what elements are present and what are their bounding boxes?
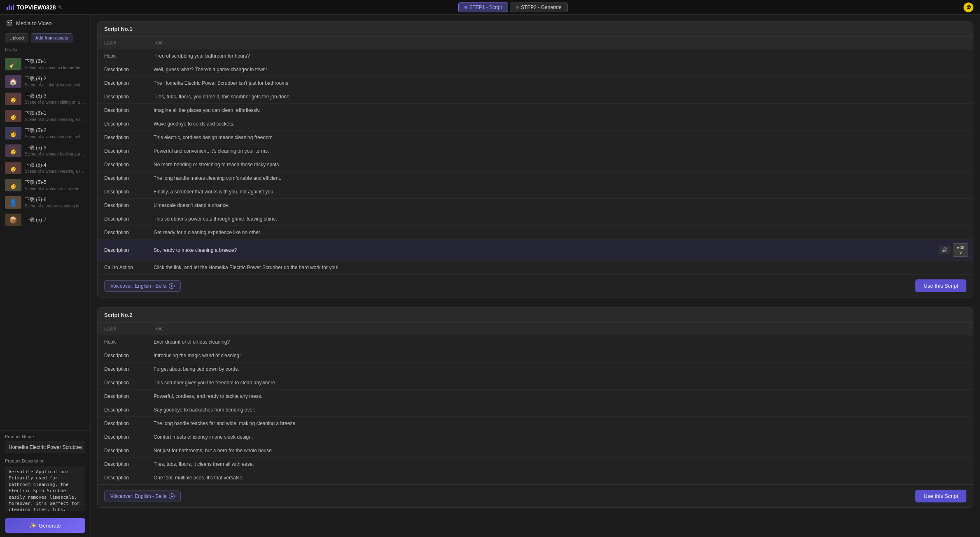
media-item[interactable]: 📦 下载 (5)-7 xyxy=(0,211,90,228)
row-empty-actions xyxy=(932,90,973,104)
step1-button[interactable]: STEP1 - Script xyxy=(458,2,508,12)
media-thumbnail: 👩 xyxy=(5,162,21,174)
media-item[interactable]: 👩 下载 (5)-1 Scene of a woman wearing a re… xyxy=(0,107,90,125)
media-thumbnail: 👩 xyxy=(5,144,21,157)
voiceover-button[interactable]: Voiceover: English - Bella ▶ xyxy=(104,280,181,292)
media-item[interactable]: 👩 下载 (5)-4 Scene of a woman wearing a re… xyxy=(0,159,90,177)
row-empty-actions xyxy=(932,49,973,63)
row-text: This electric, cordless design means cle… xyxy=(147,131,932,144)
media-name: 下载 (5)-6 xyxy=(25,196,85,203)
row-label: Description xyxy=(98,104,147,117)
generate-label: Generate xyxy=(39,523,61,529)
media-item[interactable]: 🏠 下载 (8)-2 Scene of a colorful indoor en… xyxy=(0,73,90,90)
media-item[interactable]: 👩 下载 (8)-3 Scene of a woman sitting on a… xyxy=(0,90,90,107)
warning-icon: ☢ xyxy=(964,2,973,12)
topbar-logo: TOPVIEW0328 ✎ xyxy=(7,4,62,11)
media-desc: Scene of a vacuum cleaner head moving ov… xyxy=(25,65,85,70)
step2-button[interactable]: STEP2 - Generate xyxy=(510,2,568,12)
voiceover-button[interactable]: Voiceover: English - Bella ▶ xyxy=(104,491,181,502)
script-row: Description Well, guess what? There's a … xyxy=(98,63,973,77)
media-name: 下载 (5)-3 xyxy=(25,144,85,151)
upload-button[interactable]: Upload xyxy=(5,33,28,42)
thumb-emoji: 👩 xyxy=(5,127,21,139)
media-thumbnail: 🧹 xyxy=(5,58,21,70)
row-empty-actions xyxy=(932,185,973,199)
script-row: Hook Tired of scrubbing your bathroom fo… xyxy=(98,49,973,63)
row-text: So, ready to make cleaning a breeze? xyxy=(147,239,932,261)
add-assets-button[interactable]: Add from assets xyxy=(31,33,72,42)
media-item[interactable]: 🧹 下载 (6)-1 Scene of a vacuum cleaner hea… xyxy=(0,56,90,73)
row-label: Description xyxy=(98,131,147,144)
script-card-footer: Voiceover: English - Bella ▶ Use this Sc… xyxy=(98,484,973,507)
audio-btn[interactable]: 🔊 xyxy=(939,246,950,254)
row-text: Click the link, and let the Homeika Elec… xyxy=(147,261,932,274)
row-label: Description xyxy=(98,117,147,131)
generate-button[interactable]: ✨ Generate xyxy=(5,518,85,533)
row-empty-actions xyxy=(909,444,973,458)
media-desc: Scene of a person standing in a room wit… xyxy=(25,203,85,209)
row-text: This scrubber's power cuts through grime… xyxy=(147,212,932,226)
script-row: Hook Ever dreamt of effortless cleaning? xyxy=(98,335,973,349)
voiceover-label: Voiceover: English - Bella xyxy=(110,283,166,289)
row-label: Description xyxy=(98,172,147,185)
row-text: Tiles, tubs, floors, you name it, this s… xyxy=(147,90,932,104)
row-label: Hook xyxy=(98,49,147,63)
script-card-header: Script No.2 xyxy=(98,308,973,323)
row-actions-cell: 🔊 Edit ∨ xyxy=(932,239,973,261)
use-script-button[interactable]: Use this Script xyxy=(915,490,966,502)
row-text: Say goodbye to backaches from bending ov… xyxy=(147,403,909,417)
media-item[interactable]: 👩 下载 (5)-5 Scene of a woman in a home se… xyxy=(0,177,90,194)
row-text: Ever dreamt of effortless cleaning? xyxy=(147,335,909,349)
row-text: The long handle reaches far and wide, ma… xyxy=(147,417,909,430)
media-desc: Scene of a woman wearing a red shower ca… xyxy=(25,117,85,122)
media-item[interactable]: 👤 下载 (5)-6 Scene of a person standing in… xyxy=(0,194,90,211)
sidebar: 🎬 Media to Video Upload Add from assets … xyxy=(0,15,91,537)
row-text: No more bending or stretching to reach t… xyxy=(147,158,932,172)
row-label: Description xyxy=(98,226,147,239)
script-card-header: Script No.1 xyxy=(98,22,973,37)
sparkle-icon: ✨ xyxy=(29,522,36,529)
row-empty-actions xyxy=(932,158,973,172)
thumb-emoji: 📦 xyxy=(5,214,21,226)
step1-label: STEP1 - Script xyxy=(469,5,502,10)
row-label: Description xyxy=(98,471,147,485)
media-info: 下载 (5)-1 Scene of a woman wearing a red … xyxy=(25,110,85,122)
row-empty-actions xyxy=(932,77,973,90)
media-desc: Scene of a woman holding a purple and gr… xyxy=(25,151,85,157)
media-name: 下载 (8)-2 xyxy=(25,75,85,82)
edit-title-icon[interactable]: ✎ xyxy=(58,5,62,10)
thumb-emoji: 🧹 xyxy=(5,58,21,70)
row-label: Description xyxy=(98,444,147,458)
media-item[interactable]: 👩 下载 (5)-2 Scene of a woman indoors hold… xyxy=(0,125,90,142)
row-label: Description xyxy=(98,199,147,212)
media-info: 下载 (5)-6 Scene of a person standing in a… xyxy=(25,196,85,209)
row-text: Powerful and convenient, it's cleaning o… xyxy=(147,144,932,158)
script-row: Description Finally, a scrubber that wor… xyxy=(98,185,973,199)
media-name: 下载 (5)-1 xyxy=(25,110,85,117)
row-text: Powerful, cordless, and ready to tackle … xyxy=(147,390,909,403)
content-area: Script No.1 Label Text Hook Tired of scr… xyxy=(91,15,980,537)
edit-row-btn[interactable]: Edit ∨ xyxy=(953,243,968,257)
media-info: 下载 (8)-3 Scene of a woman sitting on a b… xyxy=(25,93,85,105)
row-label: Description xyxy=(98,77,147,90)
product-name-input[interactable] xyxy=(5,442,85,453)
row-empty-actions xyxy=(909,430,973,444)
product-desc-textarea[interactable] xyxy=(5,466,85,511)
script-row: Description Imagine all the places you c… xyxy=(98,104,973,117)
script-tbody: Hook Tired of scrubbing your bathroom fo… xyxy=(98,49,973,274)
col-actions-header xyxy=(909,323,973,335)
media-item[interactable]: 👩 下载 (5)-3 Scene of a woman holding a pu… xyxy=(0,142,90,159)
media-info: 下载 (5)-3 Scene of a woman holding a purp… xyxy=(25,144,85,157)
row-label: Description xyxy=(98,90,147,104)
script-row: Description Tiles, tubs, floors, it clea… xyxy=(98,458,973,471)
media-thumbnail: 👩 xyxy=(5,110,21,122)
script-row: Description The long handle makes cleani… xyxy=(98,172,973,185)
row-text: Well, guess what? There's a game-changer… xyxy=(147,63,932,77)
media-thumbnail: 👩 xyxy=(5,127,21,139)
row-text: The long handle makes cleaning comfortab… xyxy=(147,172,932,185)
play-icon: ▶ xyxy=(169,283,175,289)
media-info: 下载 (6)-1 Scene of a vacuum cleaner head … xyxy=(25,58,85,70)
use-script-button[interactable]: Use this Script xyxy=(915,279,966,292)
row-label: Description xyxy=(98,144,147,158)
row-label: Description xyxy=(98,376,147,390)
